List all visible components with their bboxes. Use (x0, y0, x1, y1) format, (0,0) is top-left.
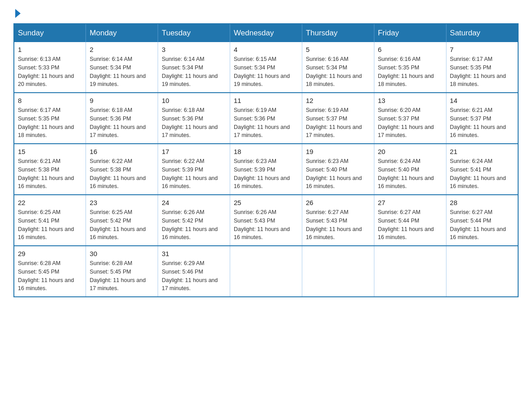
day-info: Sunrise: 6:26 AM Sunset: 5:42 PM Dayligh… (162, 208, 226, 242)
day-info: Sunrise: 6:18 AM Sunset: 5:36 PM Dayligh… (90, 106, 154, 140)
calendar-header-row: SundayMondayTuesdayWednesdayThursdayFrid… (14, 24, 518, 42)
calendar-day-cell: 24 Sunrise: 6:26 AM Sunset: 5:42 PM Dayl… (158, 195, 230, 246)
calendar-week-row: 22 Sunrise: 6:25 AM Sunset: 5:41 PM Dayl… (14, 195, 518, 246)
day-number: 3 (162, 46, 226, 53)
calendar-day-cell: 18 Sunrise: 6:23 AM Sunset: 5:39 PM Dayl… (230, 144, 302, 195)
calendar-day-cell: 13 Sunrise: 6:20 AM Sunset: 5:37 PM Dayl… (374, 93, 446, 144)
calendar-day-cell: 12 Sunrise: 6:19 AM Sunset: 5:37 PM Dayl… (302, 93, 374, 144)
calendar-week-row: 15 Sunrise: 6:21 AM Sunset: 5:38 PM Dayl… (14, 144, 518, 195)
day-info: Sunrise: 6:24 AM Sunset: 5:41 PM Dayligh… (450, 157, 514, 191)
day-number: 4 (234, 46, 298, 53)
calendar-day-header: Monday (86, 24, 158, 42)
calendar-day-cell: 8 Sunrise: 6:17 AM Sunset: 5:35 PM Dayli… (14, 93, 86, 144)
logo-triangle-icon (15, 9, 21, 18)
day-info: Sunrise: 6:14 AM Sunset: 5:34 PM Dayligh… (90, 55, 154, 89)
calendar-day-cell: 16 Sunrise: 6:22 AM Sunset: 5:38 PM Dayl… (86, 144, 158, 195)
calendar-day-cell: 7 Sunrise: 6:17 AM Sunset: 5:35 PM Dayli… (446, 42, 518, 93)
day-info: Sunrise: 6:19 AM Sunset: 5:36 PM Dayligh… (234, 106, 298, 140)
day-number: 13 (378, 97, 442, 104)
day-info: Sunrise: 6:28 AM Sunset: 5:45 PM Dayligh… (18, 259, 82, 293)
day-info: Sunrise: 6:23 AM Sunset: 5:40 PM Dayligh… (306, 157, 370, 191)
day-number: 15 (18, 148, 82, 155)
calendar-day-cell: 19 Sunrise: 6:23 AM Sunset: 5:40 PM Dayl… (302, 144, 374, 195)
day-number: 5 (306, 46, 370, 53)
calendar-day-cell: 9 Sunrise: 6:18 AM Sunset: 5:36 PM Dayli… (86, 93, 158, 144)
calendar-day-cell (302, 246, 374, 297)
calendar-week-row: 29 Sunrise: 6:28 AM Sunset: 5:45 PM Dayl… (14, 246, 518, 297)
day-info: Sunrise: 6:16 AM Sunset: 5:35 PM Dayligh… (378, 55, 442, 89)
day-info: Sunrise: 6:17 AM Sunset: 5:35 PM Dayligh… (450, 55, 514, 89)
calendar-day-cell: 23 Sunrise: 6:25 AM Sunset: 5:42 PM Dayl… (86, 195, 158, 246)
logo (13, 9, 21, 19)
day-info: Sunrise: 6:20 AM Sunset: 5:37 PM Dayligh… (378, 106, 442, 140)
day-number: 6 (378, 46, 442, 53)
day-info: Sunrise: 6:21 AM Sunset: 5:37 PM Dayligh… (450, 106, 514, 140)
calendar-day-header: Thursday (302, 24, 374, 42)
calendar-table: SundayMondayTuesdayWednesdayThursdayFrid… (13, 23, 519, 297)
day-info: Sunrise: 6:19 AM Sunset: 5:37 PM Dayligh… (306, 106, 370, 140)
day-number: 12 (306, 97, 370, 104)
calendar-day-cell: 10 Sunrise: 6:18 AM Sunset: 5:36 PM Dayl… (158, 93, 230, 144)
calendar-day-cell: 20 Sunrise: 6:24 AM Sunset: 5:40 PM Dayl… (374, 144, 446, 195)
day-info: Sunrise: 6:22 AM Sunset: 5:38 PM Dayligh… (90, 157, 154, 191)
day-number: 14 (450, 97, 514, 104)
calendar-day-cell: 6 Sunrise: 6:16 AM Sunset: 5:35 PM Dayli… (374, 42, 446, 93)
day-number: 22 (18, 199, 82, 206)
calendar-day-cell: 2 Sunrise: 6:14 AM Sunset: 5:34 PM Dayli… (86, 42, 158, 93)
calendar-day-cell (374, 246, 446, 297)
day-number: 25 (234, 199, 298, 206)
calendar-day-cell: 4 Sunrise: 6:15 AM Sunset: 5:34 PM Dayli… (230, 42, 302, 93)
calendar-week-row: 8 Sunrise: 6:17 AM Sunset: 5:35 PM Dayli… (14, 93, 518, 144)
calendar-day-cell: 17 Sunrise: 6:22 AM Sunset: 5:39 PM Dayl… (158, 144, 230, 195)
day-number: 11 (234, 97, 298, 104)
calendar-day-cell: 21 Sunrise: 6:24 AM Sunset: 5:41 PM Dayl… (446, 144, 518, 195)
day-number: 31 (162, 250, 226, 257)
day-number: 10 (162, 97, 226, 104)
day-number: 21 (450, 148, 514, 155)
day-info: Sunrise: 6:13 AM Sunset: 5:33 PM Dayligh… (18, 55, 82, 89)
day-info: Sunrise: 6:24 AM Sunset: 5:40 PM Dayligh… (378, 157, 442, 191)
calendar-day-header: Tuesday (158, 24, 230, 42)
calendar-day-cell: 5 Sunrise: 6:16 AM Sunset: 5:34 PM Dayli… (302, 42, 374, 93)
day-info: Sunrise: 6:18 AM Sunset: 5:36 PM Dayligh… (162, 106, 226, 140)
calendar-day-cell: 29 Sunrise: 6:28 AM Sunset: 5:45 PM Dayl… (14, 246, 86, 297)
day-info: Sunrise: 6:16 AM Sunset: 5:34 PM Dayligh… (306, 55, 370, 89)
day-info: Sunrise: 6:17 AM Sunset: 5:35 PM Dayligh… (18, 106, 82, 140)
calendar-day-cell (446, 246, 518, 297)
day-number: 18 (234, 148, 298, 155)
day-number: 30 (90, 250, 154, 257)
calendar-day-cell (230, 246, 302, 297)
calendar-day-cell: 14 Sunrise: 6:21 AM Sunset: 5:37 PM Dayl… (446, 93, 518, 144)
calendar-day-cell: 31 Sunrise: 6:29 AM Sunset: 5:46 PM Dayl… (158, 246, 230, 297)
calendar-day-cell: 11 Sunrise: 6:19 AM Sunset: 5:36 PM Dayl… (230, 93, 302, 144)
day-info: Sunrise: 6:27 AM Sunset: 5:44 PM Dayligh… (450, 208, 514, 242)
day-number: 1 (18, 46, 82, 53)
calendar-day-cell: 28 Sunrise: 6:27 AM Sunset: 5:44 PM Dayl… (446, 195, 518, 246)
day-info: Sunrise: 6:28 AM Sunset: 5:45 PM Dayligh… (90, 259, 154, 293)
day-info: Sunrise: 6:25 AM Sunset: 5:42 PM Dayligh… (90, 208, 154, 242)
day-info: Sunrise: 6:27 AM Sunset: 5:43 PM Dayligh… (306, 208, 370, 242)
calendar-day-cell: 25 Sunrise: 6:26 AM Sunset: 5:43 PM Dayl… (230, 195, 302, 246)
day-number: 26 (306, 199, 370, 206)
calendar-day-cell: 27 Sunrise: 6:27 AM Sunset: 5:44 PM Dayl… (374, 195, 446, 246)
calendar-day-header: Saturday (446, 24, 518, 42)
calendar-week-row: 1 Sunrise: 6:13 AM Sunset: 5:33 PM Dayli… (14, 42, 518, 93)
day-number: 29 (18, 250, 82, 257)
calendar-day-header: Wednesday (230, 24, 302, 42)
day-number: 16 (90, 148, 154, 155)
day-info: Sunrise: 6:25 AM Sunset: 5:41 PM Dayligh… (18, 208, 82, 242)
calendar-day-cell: 26 Sunrise: 6:27 AM Sunset: 5:43 PM Dayl… (302, 195, 374, 246)
page-header (13, 9, 519, 19)
day-info: Sunrise: 6:26 AM Sunset: 5:43 PM Dayligh… (234, 208, 298, 242)
calendar-day-cell: 3 Sunrise: 6:14 AM Sunset: 5:34 PM Dayli… (158, 42, 230, 93)
day-info: Sunrise: 6:14 AM Sunset: 5:34 PM Dayligh… (162, 55, 226, 89)
day-info: Sunrise: 6:23 AM Sunset: 5:39 PM Dayligh… (234, 157, 298, 191)
calendar-day-cell: 30 Sunrise: 6:28 AM Sunset: 5:45 PM Dayl… (86, 246, 158, 297)
day-info: Sunrise: 6:22 AM Sunset: 5:39 PM Dayligh… (162, 157, 226, 191)
day-number: 17 (162, 148, 226, 155)
day-info: Sunrise: 6:29 AM Sunset: 5:46 PM Dayligh… (162, 259, 226, 293)
day-number: 9 (90, 97, 154, 104)
day-number: 28 (450, 199, 514, 206)
day-info: Sunrise: 6:15 AM Sunset: 5:34 PM Dayligh… (234, 55, 298, 89)
calendar-day-header: Friday (374, 24, 446, 42)
